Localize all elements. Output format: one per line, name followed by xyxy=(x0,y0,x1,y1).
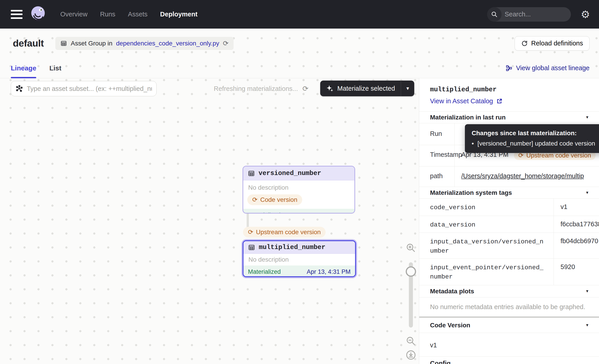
tabs-row: Lineage List View global asset lineage xyxy=(0,58,599,78)
upstream-code-version-tag[interactable]: ⟳ Upstream code version xyxy=(243,227,326,238)
section-title: Metadata plots xyxy=(430,288,474,295)
hamburger-menu-icon[interactable] xyxy=(11,10,23,19)
asset-detail-panel: multiplied_number View in Asset Catalog … xyxy=(419,78,599,364)
path-link[interactable]: /Users/sryza/dagster_home/storage/multip xyxy=(461,172,584,180)
refreshing-status: Refreshing materializations... ⟳ xyxy=(214,81,308,96)
nav-item-assets[interactable]: Assets xyxy=(128,11,148,18)
asset-group-prefix: Asset Group in xyxy=(71,40,112,47)
zoom-slider-track[interactable] xyxy=(409,262,413,328)
section-metadata-plots[interactable]: Metadata plots ▼ xyxy=(419,285,599,297)
section-system-tags[interactable]: Materialization system tags ▼ xyxy=(419,187,599,199)
nav-item-deployment[interactable]: Deployment xyxy=(160,11,198,18)
asset-subset-filter[interactable] xyxy=(11,81,157,96)
view-in-asset-catalog-link[interactable]: View in Asset Catalog xyxy=(430,97,599,105)
metadata-plots-empty-message: No numeric metadata entries available to… xyxy=(419,297,599,317)
tag-value: fb04dcb6970 xyxy=(554,233,599,259)
node-timestamp[interactable]: Apr 13, 4:31 PM xyxy=(307,269,351,275)
node-description: No description xyxy=(243,181,354,192)
tag-key: input_data_version/versioned_number xyxy=(419,233,554,259)
asset-node-versioned-number[interactable]: versioned_number No description ⟳ Code v… xyxy=(243,166,355,214)
node-description: No description xyxy=(244,254,355,264)
search-input[interactable] xyxy=(502,11,571,18)
changes-tooltip: Changes since last materialization: • [v… xyxy=(465,124,599,153)
nav-item-runs[interactable]: Runs xyxy=(100,11,115,18)
materialize-label: Materialize selected xyxy=(337,85,395,92)
code-version-value: v1 xyxy=(419,333,599,356)
tab-list-label: List xyxy=(49,64,61,72)
reload-icon xyxy=(521,40,528,47)
asset-subset-input[interactable] xyxy=(27,85,152,93)
section-config[interactable]: Config xyxy=(419,360,599,364)
run-label: Run xyxy=(419,123,455,145)
timestamp-label: Timestamp xyxy=(419,145,455,166)
download-view-icon[interactable] xyxy=(405,350,416,360)
search-bar[interactable]: / xyxy=(487,7,571,22)
tooltip-title: Changes since last materialization: xyxy=(472,130,597,137)
code-version-label: Code version xyxy=(260,196,297,203)
page-title: default xyxy=(13,38,44,49)
tag-value: v1 xyxy=(554,199,599,216)
system-tag-row: input_data_version/versioned_number fb04… xyxy=(419,233,599,259)
chevron-down-icon[interactable]: ▼ xyxy=(585,191,589,195)
sparkle-icon xyxy=(326,85,334,92)
reload-group-icon[interactable]: ⟳ xyxy=(223,39,229,47)
section-title: Materialization in last run xyxy=(430,114,506,121)
node-name: multiplied_number xyxy=(259,244,325,251)
dagster-logo[interactable] xyxy=(29,5,48,24)
panel-asset-name: multiplied_number xyxy=(430,86,599,93)
view-global-asset-lineage-link[interactable]: View global asset lineage xyxy=(506,64,590,72)
upstream-code-version-label: Upstream code version xyxy=(256,229,321,236)
section-title: Materialization system tags xyxy=(430,189,512,196)
tag-value: 5920 xyxy=(554,259,599,285)
page-content: default Asset Group in dependencies_code… xyxy=(0,29,599,364)
reload-definitions-button[interactable]: Reload definitions xyxy=(515,36,590,51)
asset-graph-icon xyxy=(16,85,23,93)
system-tag-row: code_version v1 xyxy=(419,199,599,216)
tab-list[interactable]: List xyxy=(49,58,61,78)
page-header: default Asset Group in dependencies_code… xyxy=(0,29,599,58)
node-name: versioned_number xyxy=(259,170,321,177)
section-title: Code Version xyxy=(430,322,470,329)
chevron-down-icon[interactable]: ▼ xyxy=(585,323,589,328)
tooltip-bullet-text: [versioned_number] updated code version xyxy=(477,140,595,147)
section-materialization-last-run[interactable]: Materialization in last run ▼ xyxy=(419,111,599,123)
asset-group-file-link[interactable]: dependencies_code_version_only.py xyxy=(116,40,219,47)
chevron-down-icon[interactable]: ▼ xyxy=(585,289,589,294)
section-code-version[interactable]: Code Version ▼ xyxy=(419,318,599,333)
zoom-out-icon[interactable] xyxy=(405,336,416,347)
top-nav: Overview Runs Assets Deployment / ⚙ xyxy=(0,0,599,29)
node-status: Materialized xyxy=(248,269,281,275)
path-label: path xyxy=(419,166,455,187)
node-timestamp[interactable]: Apr 13, 4:31 PM xyxy=(306,212,350,214)
asset-node-multiplied-number[interactable]: multiplied_number No description Materia… xyxy=(243,240,356,277)
lineage-canvas[interactable]: Refreshing materializations... ⟳ Materia… xyxy=(0,78,419,364)
code-version-icon: ⟳ xyxy=(519,152,524,159)
bullet-marker: • xyxy=(472,140,474,147)
tag-key: data_version xyxy=(419,216,554,233)
chevron-down-icon[interactable]: ▼ xyxy=(585,115,589,120)
nav-item-overview[interactable]: Overview xyxy=(60,11,88,18)
asset-grid-icon xyxy=(60,40,67,47)
code-version-icon: ⟳ xyxy=(248,229,253,235)
external-link-icon xyxy=(496,98,502,104)
gear-icon[interactable]: ⚙ xyxy=(581,9,590,20)
global-lineage-icon xyxy=(506,65,512,71)
zoom-slider-handle[interactable] xyxy=(406,266,416,277)
primary-nav: Overview Runs Assets Deployment xyxy=(60,11,198,18)
code-version-tag[interactable]: ⟳ Code version xyxy=(247,194,302,205)
materialize-selected-button[interactable]: Materialize selected ▼ xyxy=(320,80,414,96)
tag-value: f6ccba177638 xyxy=(554,216,599,233)
zoom-controls xyxy=(404,243,418,360)
refresh-icon[interactable]: ⟳ xyxy=(302,84,308,93)
asset-group-breadcrumb: Asset Group in dependencies_code_version… xyxy=(55,37,233,50)
tab-lineage[interactable]: Lineage xyxy=(11,58,36,78)
tag-key: input_event_pointer/versioned_number xyxy=(419,259,554,285)
materialize-dropdown-caret[interactable]: ▼ xyxy=(401,80,414,96)
system-tag-row: input_event_pointer/versioned_number 592… xyxy=(419,259,599,285)
zoom-in-icon[interactable] xyxy=(405,243,416,253)
node-status: Materialized xyxy=(248,212,281,214)
catalog-link-label: View in Asset Catalog xyxy=(430,97,493,105)
refreshing-label: Refreshing materializations... xyxy=(214,85,298,93)
tab-lineage-label: Lineage xyxy=(11,64,36,72)
tag-key: code_version xyxy=(419,199,554,216)
